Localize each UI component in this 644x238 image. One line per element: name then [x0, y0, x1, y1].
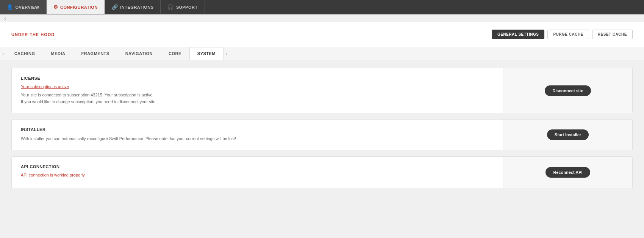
nav-label-configuration: CONFIGURATION: [60, 5, 98, 9]
reset-cache-button[interactable]: RESET CACHE: [592, 30, 633, 39]
license-card-body: LICENSE Your subscription is active Your…: [12, 68, 503, 113]
integrations-icon: 🔗: [112, 4, 118, 10]
api-status-link[interactable]: API connection is working properly.: [21, 173, 494, 177]
tabs-scroll: CACHING MEDIA FRAGMENTS NAVIGATION CORE …: [6, 47, 224, 60]
tab-core[interactable]: CORE: [161, 47, 189, 60]
top-navigation: 👤 OVERVIEW ⚙ CONFIGURATION 🔗 INTEGRATION…: [0, 0, 644, 14]
reconnect-api-button[interactable]: Reconnect API: [546, 167, 590, 178]
license-text-line2: If you would like to change subscription…: [21, 99, 494, 106]
start-installer-button[interactable]: Start Installer: [547, 129, 589, 140]
license-card-action: Disconnect site: [503, 68, 632, 113]
api-connection-card: API CONNECTION API connection is working…: [11, 156, 633, 188]
license-text-line1: Your site is connected to subscription 4…: [21, 92, 494, 99]
nav-item-integrations[interactable]: 🔗 INTEGRATIONS: [105, 0, 161, 14]
disconnect-site-button[interactable]: Disconnect site: [545, 85, 591, 96]
page-header: UNDER THE HOOD GENERAL SETTINGS PURGE CA…: [0, 22, 644, 47]
api-connection-card-action: Reconnect API: [503, 157, 632, 188]
installer-text-line1: With installer you can automatically rec…: [21, 136, 494, 142]
purge-cache-button[interactable]: PURGE CACHE: [547, 30, 589, 39]
api-connection-title: API CONNECTION: [21, 164, 494, 169]
license-title: LICENSE: [21, 76, 494, 80]
tab-media[interactable]: MEDIA: [43, 47, 73, 60]
tab-fragments[interactable]: FRAGMENTS: [73, 47, 117, 60]
tab-navigation[interactable]: NAVIGATION: [117, 47, 161, 60]
tabs-left-arrow[interactable]: ‹: [0, 50, 6, 57]
left-collapse-arrow[interactable]: ‹: [2, 15, 8, 21]
configuration-icon: ⚙: [53, 4, 58, 10]
license-card: LICENSE Your subscription is active Your…: [11, 68, 633, 113]
overview-icon: 👤: [7, 4, 13, 10]
nav-item-configuration[interactable]: ⚙ CONFIGURATION: [47, 0, 105, 14]
installer-title: INSTALLER: [21, 127, 494, 132]
nav-label-support: SUPPORT: [176, 5, 198, 9]
general-settings-button[interactable]: GENERAL SETTINGS: [492, 30, 545, 39]
support-icon: 🎧: [167, 4, 174, 10]
main-content: LICENSE Your subscription is active Your…: [0, 60, 644, 238]
license-status-link[interactable]: Your subscription is active: [21, 84, 494, 89]
installer-card-body: INSTALLER With installer you can automat…: [12, 120, 503, 150]
tab-caching[interactable]: CACHING: [6, 47, 43, 60]
nav-item-support[interactable]: 🎧 SUPPORT: [161, 0, 205, 14]
nav-label-integrations: INTEGRATIONS: [120, 5, 153, 9]
nav-item-overview[interactable]: 👤 OVERVIEW: [0, 0, 47, 14]
installer-card-action: Start Installer: [503, 120, 632, 150]
api-connection-card-body: API CONNECTION API connection is working…: [12, 157, 503, 188]
tabs-container: ‹ CACHING MEDIA FRAGMENTS NAVIGATION COR…: [0, 47, 644, 60]
header-buttons: GENERAL SETTINGS PURGE CACHE RESET CACHE: [492, 30, 633, 39]
collapse-bar: ‹: [0, 14, 644, 22]
tab-system[interactable]: SYSTEM: [189, 47, 224, 60]
tabs-right-arrow[interactable]: ›: [224, 50, 230, 57]
page-title: UNDER THE HOOD: [11, 32, 55, 37]
installer-card: INSTALLER With installer you can automat…: [11, 119, 633, 150]
nav-label-overview: OVERVIEW: [16, 5, 39, 9]
